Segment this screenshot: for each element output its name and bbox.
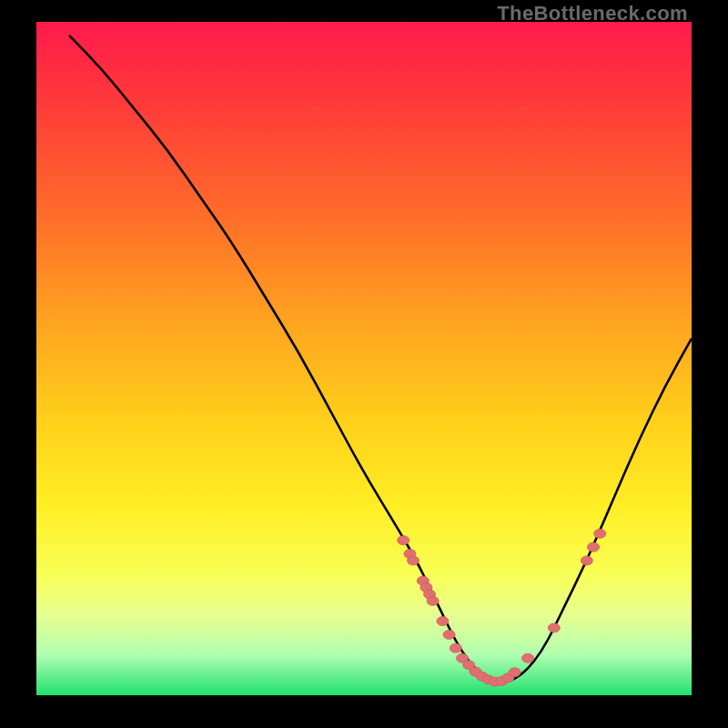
curve-marker xyxy=(594,529,606,538)
curve-marker xyxy=(581,556,592,565)
curve-marker xyxy=(398,536,410,545)
chart-frame xyxy=(36,22,692,695)
curve-marker xyxy=(588,542,600,551)
curve-marker xyxy=(427,596,439,605)
bottleneck-curve xyxy=(69,35,692,682)
curve-marker xyxy=(408,556,420,565)
curve-marker xyxy=(522,653,534,662)
curve-marker xyxy=(509,668,521,677)
curve-marker xyxy=(443,630,455,639)
watermark-text: TheBottleneck.com xyxy=(497,2,688,25)
curve-marker xyxy=(437,617,449,626)
curve-marker xyxy=(548,623,560,632)
chart-svg xyxy=(36,22,692,695)
curve-marker xyxy=(450,643,461,652)
curve-markers xyxy=(398,529,606,686)
